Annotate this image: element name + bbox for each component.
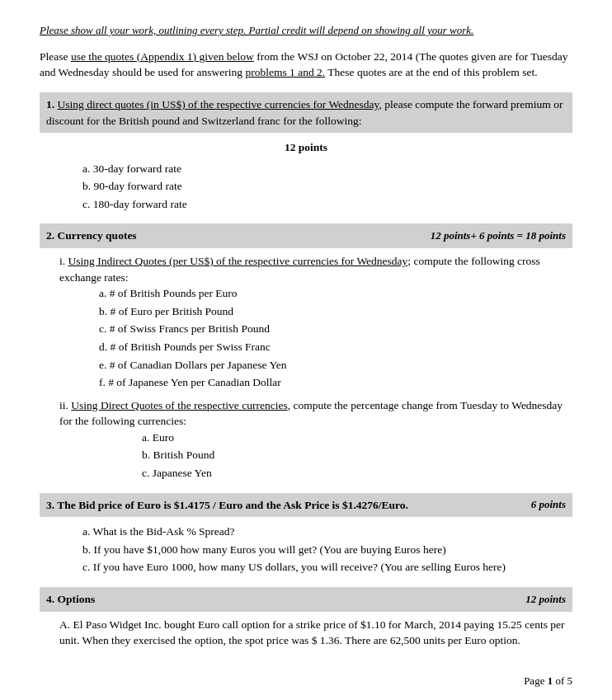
- indirect-quotes-label: Using Indirect Quotes (per US$) of the r…: [68, 255, 408, 267]
- section-2-points: 12 points+ 6 points = 18 points: [431, 228, 566, 244]
- section-1: 1. Using direct quotes (in US$) of the r…: [40, 92, 572, 212]
- section-4-body: A. El Paso Widget Inc. bought Euro call …: [59, 617, 572, 649]
- page-number: 1: [548, 674, 553, 687]
- page-footer-text: Page 1 of 5: [524, 674, 572, 687]
- direct-quotes-label: Using Direct Quotes of the respective cu…: [71, 399, 287, 411]
- section-1-points: 12 points: [40, 139, 572, 156]
- section-1-header: 1. Using direct quotes (in US$) of the r…: [40, 92, 572, 133]
- problems-ref: problems 1 and 2.: [245, 66, 325, 78]
- section-1-items: a. 30-day forward rate b. 90-day forward…: [82, 161, 572, 213]
- list-item: c. # of Swiss Francs per British Pound: [99, 321, 572, 337]
- sub-i-list: a. # of British Pounds per Euro b. # of …: [99, 285, 572, 390]
- section-2: 2. Currency quotes 12 points+ 6 points =…: [40, 223, 572, 481]
- page-footer: Page 1 of 5: [40, 674, 572, 689]
- list-item: e. # of Canadian Dollars per Japanese Ye…: [99, 357, 572, 373]
- section-3-label: 3. The Bid price of Euro is $1.4175 / Eu…: [46, 497, 408, 514]
- sub-i-text: i. Using Indirect Quotes (per US$) of th…: [59, 253, 572, 285]
- list-item: b. British Pound: [142, 447, 572, 463]
- list-item: b. If you have $1,000 how many Euros you…: [82, 542, 572, 558]
- list-item: a. Euro: [142, 430, 572, 446]
- section-4-text: A. El Paso Widget Inc. bought Euro call …: [59, 617, 572, 649]
- section-2-sub-i: i. Using Indirect Quotes (per US$) of th…: [59, 253, 572, 391]
- section-3-header: 3. The Bid price of Euro is $1.4175 / Eu…: [40, 493, 572, 518]
- section-2-header: 2. Currency quotes 12 points+ 6 points =…: [40, 223, 572, 248]
- intro-paragraph: Please use the quotes (Appendix 1) given…: [40, 49, 572, 81]
- section-3: 3. The Bid price of Euro is $1.4175 / Eu…: [40, 493, 572, 576]
- section-3-items: a. What is the Bid-Ask % Spread? b. If y…: [82, 524, 572, 576]
- section-4-label: 4. Options: [46, 591, 95, 608]
- sub-ii-text: ii. Using Direct Quotes of the respectiv…: [59, 397, 572, 430]
- section-1-title-underline: Using direct quotes (in US$) of the resp…: [58, 98, 379, 110]
- list-item: d. # of British Pounds per Swiss Franc: [99, 339, 572, 355]
- list-item: a. 30-day forward rate: [82, 161, 572, 177]
- list-item: c. If you have Euro 1000, how many US do…: [82, 559, 572, 576]
- section-4: 4. Options 12 points A. El Paso Widget I…: [40, 587, 572, 649]
- section-2-label: 2. Currency quotes: [46, 228, 137, 244]
- appendix-link: use the quotes (Appendix 1) given below: [71, 50, 254, 63]
- list-item: a. What is the Bid-Ask % Spread?: [82, 524, 572, 540]
- section-3-points: 6 points: [531, 497, 566, 514]
- list-item: c. 180-day forward rate: [82, 196, 572, 213]
- list-item: b. # of Euro per British Pound: [99, 303, 572, 320]
- header-italic: Please show all your work, outlining eve…: [40, 23, 572, 39]
- section-1-number: 1. Using direct quotes (in US$) of the r…: [46, 98, 563, 127]
- list-item: f. # of Japanese Yen per Canadian Dollar: [99, 374, 572, 391]
- section-4-points: 12 points: [525, 592, 566, 608]
- list-item: c. Japanese Yen: [142, 465, 572, 482]
- list-item: a. # of British Pounds per Euro: [99, 285, 572, 302]
- sub-ii-list: a. Euro b. British Pound c. Japanese Yen: [142, 430, 572, 482]
- section-2-sub-ii: ii. Using Direct Quotes of the respectiv…: [59, 397, 572, 482]
- section-4-header: 4. Options 12 points: [40, 587, 572, 612]
- list-item: b. 90-day forward rate: [82, 178, 572, 195]
